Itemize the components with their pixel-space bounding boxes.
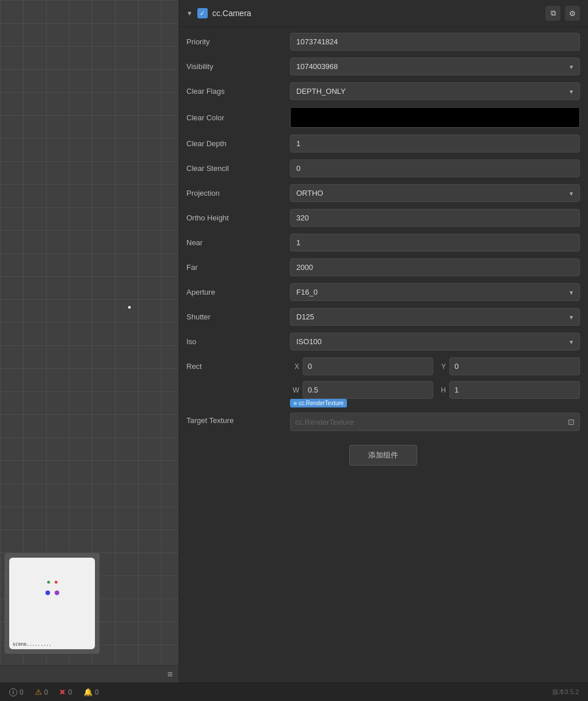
copy-component-button[interactable]: ⧉ (545, 6, 560, 21)
near-row: Near (178, 230, 588, 255)
clear-color-label: Clear Color (186, 113, 290, 122)
visibility-value: 1074003968 (290, 58, 580, 75)
scene-menu-icon[interactable]: ≡ (167, 669, 173, 680)
target-texture-row: Target Texture cc.RenderTexture cc.Rende… (178, 401, 588, 436)
rect-y-input[interactable] (449, 357, 580, 375)
error-count: 0 (68, 688, 72, 696)
clear-depth-row: Clear Depth (178, 131, 588, 156)
left-panel: scene......... ≡ (0, 0, 178, 683)
clear-flags-row: Clear Flags DEPTH_ONLY SOLID_COLOR SKYBO… (178, 79, 588, 104)
iso-select-wrapper: ISO100 ISO200 ISO400 ISO800 (290, 333, 580, 350)
info-count: 0 (20, 688, 24, 696)
projection-select-wrapper: ORTHO PERSPECTIVE (290, 184, 580, 202)
texture-input-wrapper[interactable]: cc.RenderTexture ⊡ (290, 413, 580, 431)
collapse-arrow-icon[interactable]: ▼ (186, 10, 193, 17)
shutter-select[interactable]: D125 D250 D500 D1000 (290, 308, 580, 326)
gear-icon: ⚙ (569, 9, 576, 18)
far-value (290, 258, 580, 276)
main-layout: scene......... ≡ ▼ ✓ cc.Camera ⧉ ⚙ (0, 0, 588, 683)
properties-list: Priority Visibility 1074003968 (178, 27, 588, 683)
add-component-button[interactable]: 添加组件 (349, 445, 417, 466)
header-icons: ⧉ ⚙ (545, 6, 580, 21)
clear-color-swatch[interactable] (290, 107, 580, 128)
rect-h-label: H (437, 386, 446, 394)
priority-label: Priority (186, 37, 290, 46)
clear-depth-value (290, 135, 580, 153)
texture-pick-icon[interactable]: ⊡ (568, 417, 575, 426)
texture-placeholder: cc.RenderTexture (295, 418, 568, 426)
scene-bottom-bar: ≡ (0, 665, 178, 683)
scene-white-dot (128, 306, 131, 308)
scene-area[interactable]: scene......... (0, 0, 178, 665)
ortho-height-input[interactable] (290, 209, 580, 227)
priority-value (290, 33, 580, 51)
info-status: i 0 (9, 688, 24, 696)
projection-row: Projection ORTHO PERSPECTIVE (178, 181, 588, 205)
far-label: Far (186, 263, 290, 272)
priority-input[interactable] (290, 33, 580, 51)
far-row: Far (178, 255, 588, 280)
rect-y-label: Y (437, 363, 446, 371)
texture-badge: cc.RenderTexture (290, 399, 347, 407)
projection-label: Projection (186, 189, 290, 197)
ortho-height-value (290, 209, 580, 227)
near-value (290, 234, 580, 252)
iso-label: Iso (186, 337, 290, 346)
clear-flags-select[interactable]: DEPTH_ONLY SOLID_COLOR SKYBOX DONT_CLEAR (290, 82, 580, 100)
warn-status: ⚠ 0 (35, 688, 48, 696)
aperture-select-wrapper: F16_0 F1_8 F2_8 F4_0 F5_6 F8_0 F11_0 (290, 283, 580, 301)
error-icon: ✖ (59, 688, 66, 696)
component-enabled-checkbox[interactable]: ✓ (197, 8, 208, 18)
near-label: Near (186, 238, 290, 247)
near-input[interactable] (290, 234, 580, 252)
preview-label: scene......... (13, 642, 51, 647)
aperture-select[interactable]: F16_0 F1_8 F2_8 F4_0 F5_6 F8_0 F11_0 (290, 283, 580, 301)
clear-stencil-value (290, 159, 580, 177)
far-input[interactable] (290, 258, 580, 276)
iso-value: ISO100 ISO200 ISO400 ISO800 (290, 333, 580, 350)
right-panel: ▼ ✓ cc.Camera ⧉ ⚙ Priority (178, 0, 588, 683)
visibility-select-wrapper: 1074003968 (290, 58, 580, 75)
visibility-select[interactable]: 1074003968 (290, 58, 580, 75)
clear-stencil-row: Clear Stencil (178, 156, 588, 181)
priority-row: Priority (178, 29, 588, 54)
preview-box: scene......... (5, 553, 100, 654)
sprite-dot-purple (55, 590, 59, 595)
preview-inner: scene......... (9, 558, 95, 649)
clear-color-row: Clear Color (178, 104, 588, 131)
preview-content (9, 558, 95, 649)
bell-icon: 🔔 (83, 688, 93, 696)
sprite-dot-green (47, 581, 50, 584)
warn-icon: ⚠ (35, 688, 42, 696)
clear-flags-value: DEPTH_ONLY SOLID_COLOR SKYBOX DONT_CLEAR (290, 82, 580, 100)
settings-button[interactable]: ⚙ (565, 6, 580, 21)
texture-badge-label: cc.RenderTexture (299, 400, 343, 406)
rect-x-input[interactable] (303, 357, 433, 375)
warn-count: 0 (44, 688, 48, 696)
rect-wh-row: W H (178, 379, 588, 401)
ortho-height-row: Ortho Height (178, 205, 588, 230)
info-icon: i (9, 688, 17, 696)
aperture-row: Aperture F16_0 F1_8 F2_8 F4_0 F5_6 F8_0 … (178, 280, 588, 304)
iso-select[interactable]: ISO100 ISO200 ISO400 ISO800 (290, 333, 580, 350)
rect-xy-row: X Y (290, 357, 580, 375)
aperture-label: Aperture (186, 288, 290, 296)
shutter-label: Shutter (186, 313, 290, 321)
clear-flags-label: Clear Flags (186, 87, 290, 96)
error-status: ✖ 0 (59, 688, 72, 696)
projection-select[interactable]: ORTHO PERSPECTIVE (290, 184, 580, 202)
visibility-row: Visibility 1074003968 (178, 54, 588, 79)
clear-stencil-label: Clear Stencil (186, 164, 290, 173)
clear-depth-input[interactable] (290, 135, 580, 153)
target-texture-label: Target Texture (186, 405, 290, 425)
clear-stencil-input[interactable] (290, 159, 580, 177)
component-header: ▼ ✓ cc.Camera ⧉ ⚙ (178, 0, 588, 27)
preview-sprite (35, 581, 70, 627)
rect-h-input[interactable] (449, 381, 580, 399)
add-component-row: 添加组件 (178, 436, 588, 475)
iso-row: Iso ISO100 ISO200 ISO400 ISO800 (178, 329, 588, 354)
clear-depth-label: Clear Depth (186, 139, 290, 148)
aperture-value: F16_0 F1_8 F2_8 F4_0 F5_6 F8_0 F11_0 (290, 283, 580, 301)
shutter-row: Shutter D125 D250 D500 D1000 (178, 304, 588, 329)
rect-w-input[interactable] (303, 381, 433, 399)
